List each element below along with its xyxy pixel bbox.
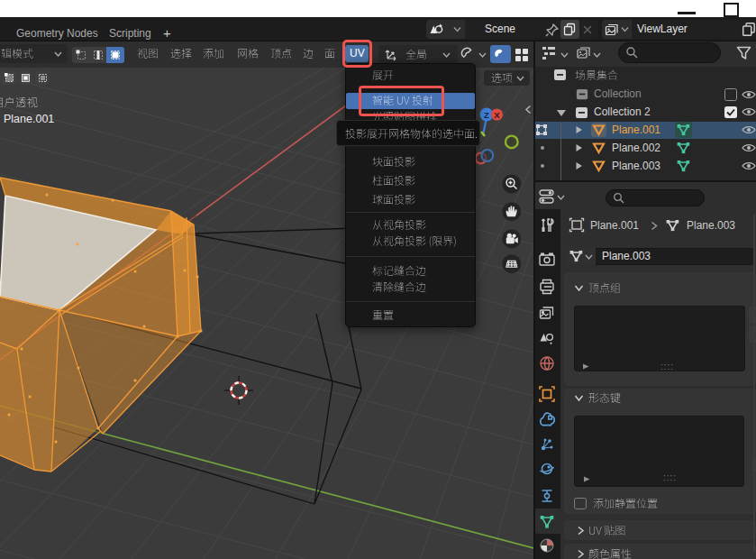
svg-text:Z: Z — [484, 110, 489, 120]
svg-text:X: X — [494, 110, 500, 120]
